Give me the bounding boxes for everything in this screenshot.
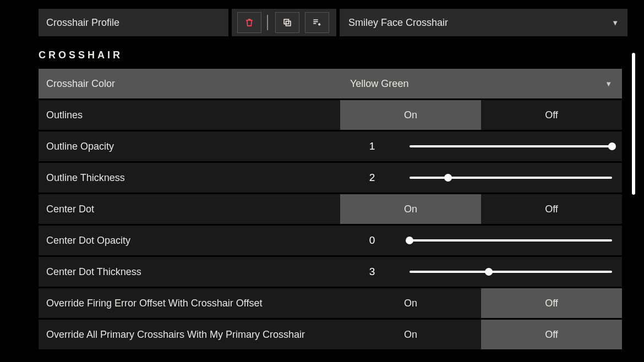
toggle-override-all-on[interactable]: On <box>340 320 481 349</box>
row-override-firing: Override Firing Error Offset With Crossh… <box>39 288 622 318</box>
thumb-outline-opacity[interactable] <box>608 142 616 150</box>
row-override-all: Override All Primary Crosshairs With My … <box>39 320 622 349</box>
slider-center-dot-thickness[interactable]: 3 <box>340 257 622 287</box>
slider-outline-opacity[interactable]: 1 <box>340 131 622 161</box>
label-center-dot: Center Dot <box>39 194 340 224</box>
label-override-firing: Override Firing Error Offset With Crossh… <box>39 288 340 318</box>
dropdown-crosshair-color[interactable]: Yellow Green ▼ <box>340 69 622 98</box>
row-outlines: Outlines On Off <box>39 100 622 130</box>
label-override-all: Override All Primary Crosshairs With My … <box>39 320 340 349</box>
row-outline-opacity: Outline Opacity 1 <box>39 131 622 161</box>
row-outline-thickness: Outline Thickness 2 <box>39 163 622 193</box>
thumb-center-dot-thickness[interactable] <box>485 268 493 276</box>
toggle-outlines-off[interactable]: Off <box>481 100 622 130</box>
divider <box>267 15 268 30</box>
toggle-outlines: On Off <box>340 100 622 130</box>
toggle-override-firing: On Off <box>340 288 622 318</box>
delete-profile-button[interactable] <box>237 12 261 33</box>
label-center-dot-thickness: Center Dot Thickness <box>39 257 340 287</box>
label-outline-opacity: Outline Opacity <box>39 131 340 161</box>
value-crosshair-color: Yellow Green <box>350 78 408 90</box>
profile-label: Crosshair Profile <box>39 9 228 36</box>
toggle-center-dot-on[interactable]: On <box>340 194 481 224</box>
trash-icon <box>244 17 255 28</box>
label-outlines: Outlines <box>39 100 340 130</box>
profile-name: Smiley Face Crosshair <box>348 17 448 29</box>
track-outline-opacity[interactable] <box>410 145 612 147</box>
copy-profile-button[interactable] <box>275 12 299 33</box>
value-outline-opacity: 1 <box>350 140 394 152</box>
row-center-dot-thickness: Center Dot Thickness 3 <box>39 257 622 287</box>
slider-center-dot-opacity[interactable]: 0 <box>340 226 622 255</box>
value-outline-thickness: 2 <box>350 172 394 184</box>
row-crosshair-color: Crosshair Color Yellow Green ▼ <box>39 69 622 98</box>
svg-rect-0 <box>284 19 288 24</box>
value-center-dot-opacity: 0 <box>350 234 394 246</box>
toggle-outlines-on[interactable]: On <box>340 100 481 130</box>
svg-rect-1 <box>286 21 291 26</box>
profile-actions <box>232 9 336 36</box>
track-center-dot-opacity[interactable] <box>410 239 612 242</box>
toggle-override-all-off[interactable]: Off <box>481 320 622 349</box>
row-center-dot-opacity: Center Dot Opacity 0 <box>39 226 622 255</box>
thumb-outline-thickness[interactable] <box>444 174 452 182</box>
toggle-override-firing-off[interactable]: Off <box>481 288 622 318</box>
track-center-dot-thickness[interactable] <box>410 271 612 273</box>
profile-header: Crosshair Profile Smi <box>39 9 627 36</box>
profile-dropdown[interactable]: Smiley Face Crosshair ▼ <box>340 9 627 36</box>
value-center-dot-thickness: 3 <box>350 266 394 278</box>
settings-list: Crosshair Color Yellow Green ▼ Outlines … <box>39 69 622 362</box>
thumb-center-dot-opacity[interactable] <box>406 237 413 244</box>
chevron-down-icon: ▼ <box>605 80 612 88</box>
toggle-center-dot-off[interactable]: Off <box>481 194 622 224</box>
toggle-override-firing-on[interactable]: On <box>340 288 481 318</box>
section-title: CROSSHAIR <box>39 50 627 61</box>
row-center-dot: Center Dot On Off <box>39 194 622 224</box>
track-outline-thickness[interactable] <box>410 177 612 179</box>
slider-outline-thickness[interactable]: 2 <box>340 163 622 193</box>
scrollbar[interactable] <box>632 53 635 195</box>
copy-icon <box>282 17 293 28</box>
toggle-center-dot: On Off <box>340 194 622 224</box>
label-crosshair-color: Crosshair Color <box>39 69 340 98</box>
edit-profile-button[interactable] <box>305 12 329 33</box>
edit-list-icon <box>312 17 323 28</box>
toggle-override-all: On Off <box>340 320 622 349</box>
label-outline-thickness: Outline Thickness <box>39 163 340 193</box>
chevron-down-icon: ▼ <box>612 19 619 27</box>
label-center-dot-opacity: Center Dot Opacity <box>39 226 340 255</box>
